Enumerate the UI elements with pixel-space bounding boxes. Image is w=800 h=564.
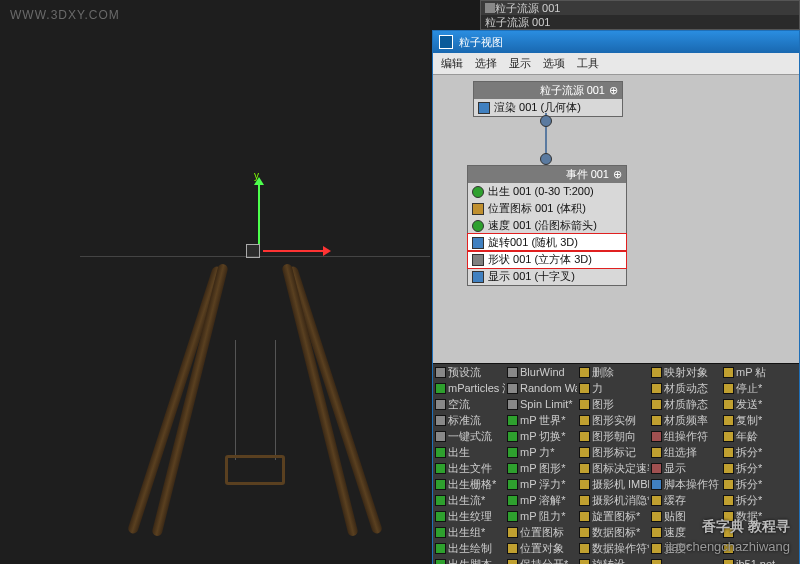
depot-operator[interactable]: 摄影机 IMBlur* <box>577 476 649 492</box>
depot-operator[interactable]: 拆分* <box>721 460 793 476</box>
depot-operator[interactable]: 材质动态 <box>649 380 721 396</box>
event-operator-row[interactable]: 出生 001 (0-30 T:200) <box>468 183 626 200</box>
depot-operator[interactable] <box>649 556 721 564</box>
depot-icon <box>435 495 446 506</box>
depot-icon <box>507 511 518 522</box>
rollup-icon[interactable]: ⊕ <box>613 168 622 181</box>
event-operator-row[interactable]: 显示 001 (十字叉) <box>468 268 626 285</box>
depot-operator[interactable]: 图形标记 <box>577 444 649 460</box>
depot-icon <box>651 543 662 554</box>
depot-operator[interactable]: 组选择 <box>649 444 721 460</box>
depot-operator[interactable]: 脚本操作符 <box>649 476 721 492</box>
depot-operator[interactable]: 图形实例 <box>577 412 649 428</box>
depot-operator[interactable]: 材质频率 <box>649 412 721 428</box>
depot-operator[interactable]: 停止* <box>721 380 793 396</box>
depot-operator[interactable]: 旋转设 <box>577 556 649 564</box>
depot-operator[interactable]: Random Walk <box>505 380 577 396</box>
event-operator-row[interactable]: 位置图标 001 (体积) <box>468 200 626 217</box>
depot-operator[interactable]: 标准流 <box>433 412 505 428</box>
menu-display[interactable]: 显示 <box>509 56 531 71</box>
depot-operator[interactable]: mP 世界* <box>505 412 577 428</box>
depot-operator[interactable]: mP 阻力* <box>505 508 577 524</box>
operator-icon <box>472 186 484 198</box>
depot-operator[interactable]: jb51.net <box>721 556 793 564</box>
depot-operator[interactable]: 出生 <box>433 444 505 460</box>
depot-operator[interactable]: BlurWind <box>505 364 577 380</box>
depot-operator[interactable]: 预设流 <box>433 364 505 380</box>
depot-operator[interactable]: 出生流* <box>433 492 505 508</box>
depot-operator[interactable]: 拆分* <box>721 492 793 508</box>
depot-operator[interactable]: 图形朝向 <box>577 428 649 444</box>
render-op[interactable]: 渲染 001 (几何体) <box>494 100 581 115</box>
depot-operator[interactable]: 发送* <box>721 396 793 412</box>
operator-label: 速度 001 (沿图标箭头) <box>488 218 597 233</box>
depot-operator[interactable]: 复制* <box>721 412 793 428</box>
gizmo-y-arrow[interactable] <box>258 180 260 245</box>
menu-tools[interactable]: 工具 <box>577 56 599 71</box>
depot-operator[interactable]: 数据图标* <box>577 524 649 540</box>
connector-in[interactable] <box>540 153 552 165</box>
gizmo-x-arrow[interactable] <box>263 250 328 252</box>
operator-icon <box>472 220 484 232</box>
depot-icon <box>507 447 518 458</box>
depot-operator[interactable]: mP 切换* <box>505 428 577 444</box>
depot-operator[interactable]: 图标决定速率 <box>577 460 649 476</box>
menu-edit[interactable]: 编辑 <box>441 56 463 71</box>
depot-label: 出生脚本 <box>448 557 492 565</box>
gizmo-center[interactable] <box>246 244 260 258</box>
connector-out[interactable] <box>540 115 552 127</box>
depot-operator[interactable]: 出生脚本 <box>433 556 505 564</box>
depot-operator[interactable]: 组操作符 <box>649 428 721 444</box>
depot-icon <box>579 495 590 506</box>
depot-operator[interactable]: 拆分* <box>721 476 793 492</box>
depot-label: 组操作符 <box>664 429 708 444</box>
depot-operator[interactable]: 拆分* <box>721 444 793 460</box>
depot-operator[interactable]: 年龄 <box>721 428 793 444</box>
depot-operator[interactable]: 位置对象 <box>505 540 577 556</box>
depot-operator[interactable]: 位置图标 <box>505 524 577 540</box>
depot-operator[interactable]: 出生绘制 <box>433 540 505 556</box>
depot-operator[interactable]: 出生组* <box>433 524 505 540</box>
event-operator-row[interactable]: 形状 001 (立方体 3D) <box>468 251 626 268</box>
depot-operator[interactable]: mP 溶解* <box>505 492 577 508</box>
depot-operator[interactable]: 数据操作符* <box>577 540 649 556</box>
depot-operator[interactable]: mParticles 流* <box>433 380 505 396</box>
depot-operator[interactable]: 材质静态 <box>649 396 721 412</box>
watermark-text: WWW.3DXY.COM <box>10 8 120 22</box>
particle-flow-canvas[interactable]: 粒子流源 001⊕ 渲染 001 (几何体) 事件 001⊕ 出生 001 (0… <box>433 75 799 363</box>
depot-operator[interactable]: 出生纹理 <box>433 508 505 524</box>
depot-icon <box>507 367 518 378</box>
depot-operator[interactable]: 一键式流 <box>433 428 505 444</box>
depot-operator[interactable]: Spin Limit* <box>505 396 577 412</box>
depot-operator[interactable]: 摄影机消隐* <box>577 492 649 508</box>
source-node[interactable]: 粒子流源 001⊕ 渲染 001 (几何体) <box>473 81 623 117</box>
menu-options[interactable]: 选项 <box>543 56 565 71</box>
event-operator-row[interactable]: 速度 001 (沿图标箭头) <box>468 217 626 234</box>
depot-operator[interactable]: 显示 <box>649 460 721 476</box>
depot-operator[interactable]: 保持分开* <box>505 556 577 564</box>
rollup-icon[interactable]: ⊕ <box>609 84 618 97</box>
depot-operator[interactable]: 旋置图标* <box>577 508 649 524</box>
depot-label: 力 <box>592 381 603 396</box>
depot-operator[interactable]: mP 图形* <box>505 460 577 476</box>
menu-select[interactable]: 选择 <box>475 56 497 71</box>
depot-operator[interactable]: 空流 <box>433 396 505 412</box>
depot-operator[interactable]: 图形 <box>577 396 649 412</box>
depot-label: 拆分* <box>736 445 762 460</box>
event-node[interactable]: 事件 001⊕ 出生 001 (0-30 T:200)位置图标 001 (体积)… <box>467 165 627 286</box>
depot-operator[interactable]: 删除 <box>577 364 649 380</box>
depot-label: 空流 <box>448 397 470 412</box>
depot-operator[interactable]: mP 力* <box>505 444 577 460</box>
window-titlebar[interactable]: 粒子视图 <box>433 31 799 53</box>
depot-operator[interactable]: mP 粘 <box>721 364 793 380</box>
depot-operator[interactable]: 映射对象 <box>649 364 721 380</box>
depot-icon <box>723 383 734 394</box>
viewport-3d[interactable]: WWW.3DXY.COM y <box>0 0 430 560</box>
depot-operator[interactable]: 出生文件 <box>433 460 505 476</box>
depot-operator[interactable]: mP 浮力* <box>505 476 577 492</box>
source-node-title: 粒子流源 001 <box>540 83 605 98</box>
event-operator-row[interactable]: 旋转001 (随机 3D) <box>468 234 626 251</box>
depot-operator[interactable]: 力 <box>577 380 649 396</box>
depot-operator[interactable]: 出生栅格* <box>433 476 505 492</box>
depot-operator[interactable]: 缓存 <box>649 492 721 508</box>
